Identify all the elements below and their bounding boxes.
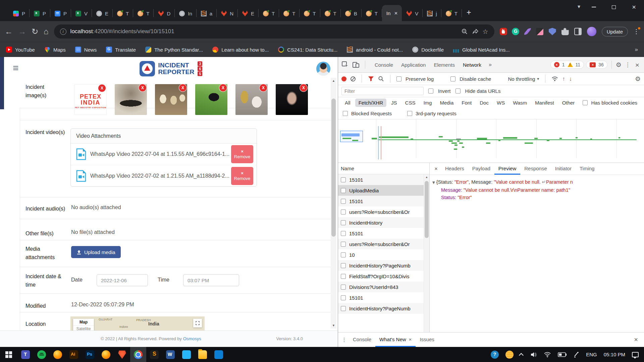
incident-image-thumbnail[interactable]: X (115, 84, 147, 115)
browser-tab[interactable]: V × (71, 6, 92, 21)
drawer-tab-close-icon[interactable]: × (409, 337, 412, 342)
devtools-tab[interactable]: Elements (430, 57, 459, 72)
network-request-row[interactable]: Divisions?UserId=843 (338, 282, 429, 292)
detail-tab[interactable]: Payload (468, 163, 494, 175)
browser-tab[interactable]: In × (175, 6, 197, 21)
devtools-tab[interactable]: Application (397, 57, 430, 72)
device-toolbar-icon[interactable] (352, 61, 360, 68)
detail-tab[interactable]: Response (520, 163, 551, 175)
drawer-tab[interactable]: Console × (349, 333, 375, 347)
bookmark-item[interactable]: Translate (106, 47, 136, 53)
resource-filter-chip[interactable]: JS (388, 99, 400, 107)
battery-icon[interactable] (558, 352, 567, 357)
browser-tab[interactable]: a × (197, 6, 217, 21)
request-checkbox[interactable] (341, 231, 346, 236)
network-request-row[interactable]: IncidentHistory (338, 217, 429, 228)
map-fullscreen-icon[interactable] (193, 319, 202, 327)
invert-checkbox[interactable] (428, 88, 433, 94)
taskbar-app[interactable] (114, 347, 130, 362)
network-conditions-icon[interactable] (551, 76, 558, 81)
volume-icon[interactable] (530, 352, 537, 358)
location-map[interactable]: GUJARAT PRADESH India Indore Map Satelli… (70, 316, 205, 331)
bookmark-item[interactable]: Maps (44, 47, 66, 53)
time-input[interactable]: 03:07 PM (183, 274, 239, 286)
request-list-header[interactable]: Name (338, 163, 429, 174)
remove-video-button[interactable]: × Remove (231, 167, 253, 185)
network-request-row[interactable]: FieldStaff?OrgID=10&Divis (338, 271, 429, 282)
address-bar[interactable]: i localhost:4200/#/incidents/view/10/151… (54, 24, 494, 39)
overview-selection[interactable] (340, 131, 363, 142)
browser-tab[interactable]: P × (9, 6, 30, 21)
close-window-button[interactable]: × (624, 0, 644, 14)
devtools-tab[interactable]: Console (371, 57, 397, 72)
taskbar-app[interactable] (130, 347, 146, 362)
network-request-row[interactable]: IncidentHistory?PageNumb (338, 303, 429, 314)
extension-icon[interactable] (500, 28, 507, 35)
help-tray-icon[interactable] (491, 351, 499, 359)
taskbar-app[interactable] (66, 347, 82, 362)
network-request-row[interactable]: 15101 (338, 292, 429, 303)
resource-filter-chip[interactable]: Manifest (532, 99, 557, 107)
drawer-menu-icon[interactable]: ⋮ (341, 337, 347, 343)
bookmark-item[interactable]: CS241: Data Structu... (278, 47, 337, 53)
network-request-row[interactable]: users?Role=subscriber&Or (338, 239, 429, 249)
browser-tab[interactable]: V × (402, 6, 423, 21)
network-request-row[interactable]: UploadMedia (338, 185, 429, 196)
request-checkbox[interactable] (341, 295, 346, 300)
wifi-icon[interactable] (544, 352, 551, 357)
browser-tab[interactable]: T × (320, 6, 341, 21)
taskbar-app[interactable] (82, 347, 98, 362)
taskbar-app[interactable] (50, 347, 66, 362)
url-text[interactable]: localhost:4200/#/incidents/view/10/15101 (70, 28, 457, 35)
taskbar-app[interactable] (146, 347, 162, 362)
new-tab-button[interactable]: + (467, 8, 471, 17)
reload-button[interactable]: ↻ (32, 27, 38, 36)
taskbar-app[interactable] (211, 347, 227, 362)
record-icon[interactable] (341, 76, 346, 81)
browser-tab[interactable]: P × (30, 6, 50, 21)
browser-tab[interactable]: P × (50, 6, 71, 21)
remove-image-icon[interactable]: X (139, 84, 146, 92)
extension-icon[interactable] (524, 28, 531, 35)
browser-tab[interactable]: T × (259, 6, 279, 21)
scroll-up-icon[interactable]: ▲ (331, 78, 336, 84)
filter-icon[interactable] (368, 76, 374, 81)
pen-icon[interactable] (573, 352, 579, 358)
browser-tab[interactable]: D × (154, 6, 175, 21)
map-button[interactable]: Map (73, 319, 94, 325)
taskbar-app[interactable] (178, 347, 195, 362)
blocked-requests-checkbox[interactable] (343, 111, 348, 116)
date-input[interactable]: 2022-12-06 (97, 274, 148, 286)
extension-icon[interactable] (536, 28, 543, 35)
remove-image-icon[interactable]: X (98, 84, 106, 92)
remove-image-icon[interactable]: X (219, 84, 227, 92)
incident-image-thumbnail[interactable]: X (276, 84, 308, 115)
browser-tab[interactable]: T × (279, 6, 300, 21)
bookmark-star-icon[interactable]: ☆ (483, 28, 488, 36)
remove-image-icon[interactable]: X (260, 84, 267, 92)
network-request-row[interactable]: users?Role=subscriber&Or (338, 206, 429, 217)
scroll-down-icon[interactable]: ▼ (331, 322, 336, 328)
bookmark-item[interactable]: News (75, 47, 97, 53)
scroll-up-icon[interactable]: ▲ (424, 174, 429, 180)
import-har-icon[interactable]: ↑ (562, 76, 565, 82)
tray-expand-icon[interactable] (520, 353, 524, 356)
network-filter-input[interactable] (341, 87, 424, 95)
resource-filter-chip[interactable]: Img (420, 99, 435, 107)
devtools-tab[interactable]: Network (459, 57, 485, 72)
taskbar-app[interactable] (195, 347, 211, 362)
search-icon[interactable] (378, 76, 384, 82)
bookmark-item[interactable]: Learn about how to... (212, 47, 269, 53)
browser-tab[interactable]: T × (362, 6, 382, 21)
scroll-thumb[interactable] (425, 181, 429, 238)
devtools-menu-icon[interactable]: ⋮ (624, 62, 632, 68)
incident-image-thumbnail[interactable]: X (235, 84, 268, 115)
browser-tab[interactable]: T × (300, 6, 320, 21)
request-checkbox[interactable] (341, 274, 346, 279)
maximize-button[interactable] (604, 0, 624, 14)
network-request-row[interactable]: 15101 (338, 228, 429, 239)
browser-tab[interactable]: E × (92, 6, 113, 21)
bookmark-item[interactable]: android - Could not... (347, 47, 403, 53)
devtools-settings-icon[interactable]: ⚙ (616, 62, 622, 68)
network-request-row[interactable]: 10 (338, 249, 429, 260)
